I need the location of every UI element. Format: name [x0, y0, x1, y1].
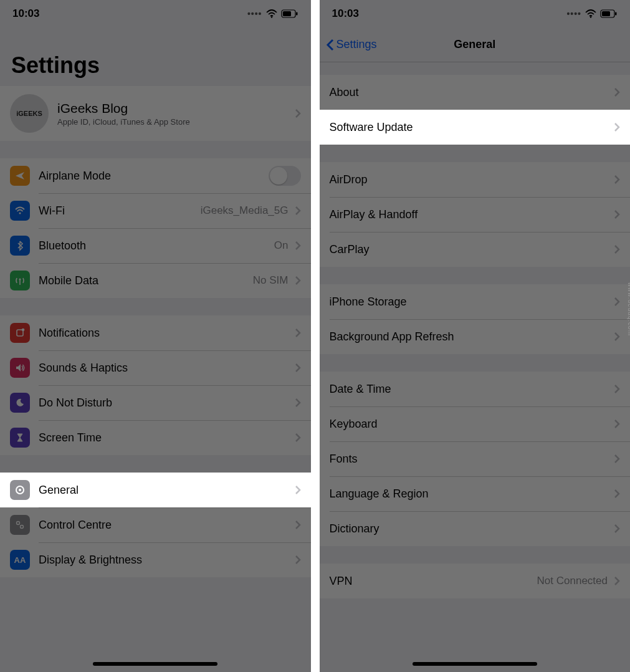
chevron-right-icon [295, 433, 301, 443]
alerts-group: Notifications Sounds & Haptics Do Not Di… [0, 315, 311, 455]
row-label: Software Update [330, 121, 611, 134]
svg-point-12 [590, 16, 591, 17]
aa-icon: AA [10, 550, 30, 570]
chevron-right-icon [295, 485, 301, 495]
profile-name: iGeeks Blog [57, 101, 291, 116]
status-bar: 10:03 •••• [0, 0, 311, 27]
svg-rect-14 [602, 11, 610, 16]
svg-rect-15 [615, 12, 617, 16]
general-group-3: Date & TimeKeyboardFontsLanguage & Regio… [320, 372, 631, 546]
apple-id-row[interactable]: iGEEKS iGeeks Blog Apple ID, iCloud, iTu… [0, 86, 311, 141]
chevron-right-icon [614, 244, 620, 254]
row-label: AirDrop [330, 173, 611, 186]
wifi-row[interactable]: Wi-Fi iGeeks_Media_5G [0, 193, 311, 228]
page-title: Settings [0, 27, 311, 86]
general-group-2: iPhone StorageBackground App Refresh [320, 284, 631, 354]
svg-point-7 [22, 329, 25, 332]
fonts-row[interactable]: Fonts [320, 441, 631, 476]
avatar: iGEEKS [10, 94, 49, 133]
battery-icon [281, 9, 298, 18]
airplay-handoff-row[interactable]: AirPlay & Handoff [320, 197, 631, 232]
software-update-row[interactable]: Software Update [320, 110, 631, 145]
chevron-right-icon [295, 555, 301, 565]
general-group-4: VPNNot Connected [320, 564, 631, 598]
display-brightness-row[interactable]: AA Display & Brightness [0, 542, 311, 577]
about-row[interactable]: About [320, 75, 631, 110]
wifi-settings-icon [10, 201, 30, 221]
wifi-icon [585, 9, 596, 18]
status-time: 10:03 [12, 7, 39, 20]
row-label: AirPlay & Handoff [330, 208, 611, 221]
sounds-row[interactable]: Sounds & Haptics [0, 350, 311, 385]
settings-screen: 10:03 •••• Settings iGEEKS iGeeks Blog A… [0, 0, 311, 672]
status-icons: •••• [247, 9, 298, 19]
carplay-row[interactable]: CarPlay [320, 232, 631, 267]
chevron-right-icon [295, 363, 301, 373]
dictionary-row[interactable]: Dictionary [320, 511, 631, 546]
chevron-right-icon [614, 454, 620, 464]
general-row[interactable]: General [0, 473, 311, 507]
svg-point-4 [19, 213, 21, 214]
chevron-right-icon [614, 87, 620, 97]
keyboard-row[interactable]: Keyboard [320, 406, 631, 441]
chevron-right-icon [614, 524, 620, 534]
chevron-right-icon [614, 419, 620, 429]
moon-icon [10, 393, 30, 413]
home-indicator[interactable] [93, 662, 217, 666]
chevron-right-icon [295, 108, 301, 118]
chevron-right-icon [614, 384, 620, 394]
chevron-left-icon [326, 38, 335, 52]
notifications-row[interactable]: Notifications [0, 315, 311, 350]
mobile-data-row[interactable]: Mobile Data No SIM [0, 263, 311, 298]
screen-time-row[interactable]: Screen Time [0, 420, 311, 455]
background-app-refresh-row[interactable]: Background App Refresh [320, 319, 631, 354]
svg-rect-2 [283, 11, 291, 16]
airdrop-row[interactable]: AirDrop [320, 162, 631, 197]
signal-dots-icon: •••• [566, 9, 581, 19]
general-screen: 10:03 •••• Settings General AboutSoftwar… [320, 0, 631, 672]
airplane-toggle[interactable] [269, 166, 301, 186]
bluetooth-row[interactable]: Bluetooth On [0, 228, 311, 263]
row-label: Language & Region [330, 487, 611, 501]
status-time: 10:03 [332, 7, 359, 20]
language-region-row[interactable]: Language & Region [320, 476, 631, 511]
home-indicator[interactable] [413, 662, 537, 666]
dnd-row[interactable]: Do Not Disturb [0, 385, 311, 420]
chevron-right-icon [614, 209, 620, 219]
vpn-row[interactable]: VPNNot Connected [320, 564, 631, 598]
sliders-icon [10, 515, 30, 535]
row-label: CarPlay [330, 243, 611, 256]
airplane-icon [10, 166, 30, 186]
gear-icon [10, 480, 30, 500]
svg-point-10 [17, 522, 20, 525]
notifications-icon [10, 323, 30, 343]
chevron-right-icon [295, 328, 301, 338]
chevron-right-icon [614, 489, 620, 499]
svg-point-5 [19, 279, 21, 281]
chevron-right-icon [614, 122, 620, 132]
profile-subtitle: Apple ID, iCloud, iTunes & App Store [57, 117, 291, 127]
connectivity-group: Airplane Mode Wi-Fi iGeeks_Media_5G Blue… [0, 158, 311, 298]
row-label: Keyboard [330, 418, 611, 431]
bluetooth-icon [10, 236, 30, 256]
page-title: General [454, 38, 495, 51]
iphone-storage-row[interactable]: iPhone Storage [320, 284, 631, 319]
back-button[interactable]: Settings [326, 38, 377, 52]
date-time-row[interactable]: Date & Time [320, 372, 631, 406]
control-centre-row[interactable]: Control Centre [0, 507, 311, 542]
chevron-right-icon [614, 332, 620, 342]
svg-point-0 [270, 16, 272, 17]
row-label: Fonts [330, 453, 611, 466]
row-label: VPN [330, 575, 537, 588]
chevron-right-icon [614, 297, 620, 307]
status-bar: 10:03 •••• [320, 0, 631, 27]
chevron-right-icon [295, 520, 301, 530]
airplane-mode-row[interactable]: Airplane Mode [0, 158, 311, 193]
hourglass-icon [10, 428, 30, 448]
chevron-right-icon [295, 206, 301, 216]
battery-icon [600, 9, 618, 18]
signal-dots-icon: •••• [247, 9, 262, 19]
svg-rect-3 [296, 12, 298, 16]
nav-bar: Settings General [320, 27, 631, 62]
row-value: Not Connected [537, 575, 608, 587]
